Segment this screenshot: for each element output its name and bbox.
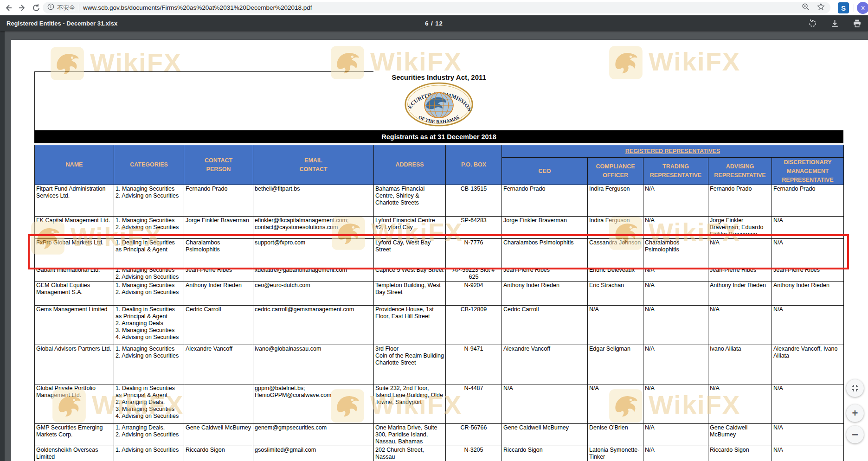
security-status-label[interactable]: 不安全 — [57, 4, 75, 12]
cell-po-box: N-3205 — [446, 446, 502, 461]
bookmark-star-icon[interactable] — [817, 3, 825, 13]
cell-ceo: Jean-Pierre Ribes — [502, 266, 588, 282]
cell-email: gppm@batelnet.bs; HenioGPPM@coralwave.co… — [253, 384, 374, 424]
cell-po-box: CB-13515 — [446, 185, 502, 217]
page-indicator: 6 / 12 — [0, 15, 868, 31]
cell-contact: Alexandre Vancoff — [184, 345, 253, 384]
cell-discretionary: N/A — [772, 424, 844, 446]
cell-categories: 1. Dealing in Securities as Principal & … — [114, 306, 184, 345]
cell-contact: Anthony Inder Rieden — [184, 282, 253, 306]
cell-email: genem@gmpsecurities.com — [253, 424, 374, 446]
cell-advising: Jean-Pierre Ribes — [708, 266, 772, 282]
cell-email: xdelattre@gabaritmanagement.com — [253, 266, 374, 282]
col-header-contact-person: CONTACT PERSON — [184, 145, 253, 185]
cell-advising: Fernando Prado — [708, 185, 772, 217]
zoom-page-icon[interactable] — [802, 3, 810, 13]
url-text[interactable]: www.scb.gov.bs/documents/Firms%20as%20at… — [83, 4, 312, 11]
pdf-viewer: Securities Industry Act, 2011 SECURITIES… — [0, 31, 868, 461]
zoom-out-button[interactable]: − — [846, 426, 864, 443]
cell-email: ceo@euro-dutch.com — [253, 282, 374, 306]
cell-address: 3rd Floor Coin of the Realm Building Cha… — [374, 345, 446, 384]
cell-address: Templeton Building, West Bay Street — [374, 282, 446, 306]
rotate-icon[interactable] — [808, 19, 817, 28]
cell-address: Suite 232, 2nd Floor, Island Lane Buildi… — [374, 384, 446, 424]
back-icon[interactable] — [4, 3, 13, 13]
cell-discretionary: Fernando Prado — [772, 185, 844, 217]
cell-advising: Riccardo Sigon — [708, 446, 772, 461]
cell-contact: Fernando Prado — [184, 185, 253, 217]
pdf-document-title: Registered Entities - December 31.xlsx — [6, 15, 117, 31]
pdf-toolbar: 6 / 12 Registered Entities - December 31… — [0, 15, 868, 31]
reload-icon[interactable] — [32, 3, 41, 13]
print-icon[interactable] — [852, 19, 862, 28]
table-row: Gems Management Limited1. Dealing in Sec… — [35, 306, 844, 345]
cell-categories: 1. Managing Securities 2. Advising on Se… — [114, 185, 184, 217]
registrants-banner: Registrants as at 31 December 2018 — [34, 130, 843, 143]
cell-contact: Jean-Pierre Ribes — [184, 266, 253, 282]
cell-compliance: Endric Deleveaux — [588, 266, 643, 282]
cell-advising: N/A — [708, 239, 772, 266]
download-icon[interactable] — [830, 19, 839, 28]
fit-page-button[interactable] — [846, 379, 864, 397]
cell-trading: N/A — [643, 185, 708, 217]
col-header-registered-representatives: REGISTERED REPRESENTATIVES — [502, 145, 844, 158]
profile-avatar[interactable]: X — [857, 2, 868, 14]
info-icon[interactable] — [47, 3, 54, 12]
cell-po-box: SP-64283 — [446, 217, 502, 239]
col-header-advising-representative: ADVISING REPRESENTATIVE — [708, 158, 772, 185]
cell-advising: Anthony Inder Rieden — [708, 282, 772, 306]
table-row: FxPro Global Markets Ltd.1. Dealing in S… — [35, 239, 844, 266]
cell-ceo: N/A — [502, 384, 588, 424]
cell-compliance: N/A — [588, 384, 643, 424]
cell-name: GMP Securities Emerging Markets Corp. — [35, 424, 114, 446]
cell-discretionary: Anthony Inder Rieden — [772, 282, 844, 306]
cell-discretionary: N/A — [772, 239, 844, 266]
col-header-po-box: P.O. BOX — [446, 145, 502, 185]
cell-discretionary: N/A — [772, 384, 844, 424]
table-row: Goldensheikh Overseas Limited1. Advising… — [35, 446, 844, 461]
cell-email: efinkler@fkcapitalmanagement.com; contac… — [253, 217, 374, 239]
cell-advising: Ivano Alliata — [708, 345, 772, 384]
securities-commission-logo: SECURITIES COMMISSION OF THE BAHAMAS — [404, 82, 474, 128]
cell-compliance: Edgar Seligman — [588, 345, 643, 384]
registrants-table: NAME CATEGORIES CONTACT PERSON EMAIL CON… — [34, 145, 844, 461]
cell-categories: 1. Managing Securities 2. Advising on Se… — [114, 217, 184, 239]
col-header-ceo: CEO — [502, 158, 588, 185]
viewer-left-strip — [0, 31, 5, 461]
cell-po-box: N-9204 — [446, 282, 502, 306]
address-bar[interactable]: 不安全 www.scb.gov.bs/documents/Firms%20as%… — [43, 2, 830, 13]
cell-address: Lyford Financial Centre #2, Lyford Cay — [374, 217, 446, 239]
screenshot-root: { "browser": { "security_label": "不安全", … — [0, 0, 868, 461]
cell-address: Lyford Cay, West Bay Street — [374, 239, 446, 266]
cell-email: gsoslimited@gmail.com — [253, 446, 374, 461]
cell-contact: Charalambos Psimolophitis — [184, 239, 253, 266]
zoom-in-button[interactable]: + — [846, 404, 864, 422]
table-row: Gabarit International Ltd.1. Managing Se… — [35, 266, 844, 282]
cell-contact: Riccardo Sigon — [184, 446, 253, 461]
cell-address: 202 Church Street, Nassau — [374, 446, 446, 461]
cell-po-box: N-9471 — [446, 345, 502, 384]
cell-name: FK Capital Management Ltd. — [35, 217, 114, 239]
cell-ceo: Alexandre Vancoff — [502, 345, 588, 384]
cell-categories: 1. Dealing in Securities as Principal & … — [114, 239, 184, 266]
cell-compliance: N/A — [588, 306, 643, 345]
cell-compliance: Denise O'Brien — [588, 424, 643, 446]
cell-advising: Gene Caldwell McBurney — [708, 424, 772, 446]
cell-trading: N/A — [643, 424, 708, 446]
cell-address: Bahamas Financial Centre, Shirley & Char… — [374, 185, 446, 217]
forward-icon[interactable] — [18, 3, 27, 13]
browser-toolbar: 不安全 www.scb.gov.bs/documents/Firms%20as%… — [0, 0, 868, 15]
cell-ceo: Gene Caldwell McBurney — [502, 424, 588, 446]
col-header-name: NAME — [35, 145, 114, 185]
cell-email: cedric.carroll@gemsmanagement.com — [253, 306, 374, 345]
extension-icon[interactable]: S — [838, 2, 849, 13]
table-row: GMP Securities Emerging Markets Corp.1. … — [35, 424, 844, 446]
cell-po-box: N-7776 — [446, 239, 502, 266]
cell-trading: N/A — [643, 282, 708, 306]
cell-name: Global Private Portfolio Management Ltd. — [35, 384, 114, 424]
cell-name: GEM Global Equities Management S.A. — [35, 282, 114, 306]
cell-address: Providence House, 1st Floor, East Hill S… — [374, 306, 446, 345]
cell-discretionary: Jean-Pierre Ribes — [772, 266, 844, 282]
cell-email: ivano@globalnassau.com — [253, 345, 374, 384]
col-header-email-contact: EMAIL CONTACT — [253, 145, 374, 185]
